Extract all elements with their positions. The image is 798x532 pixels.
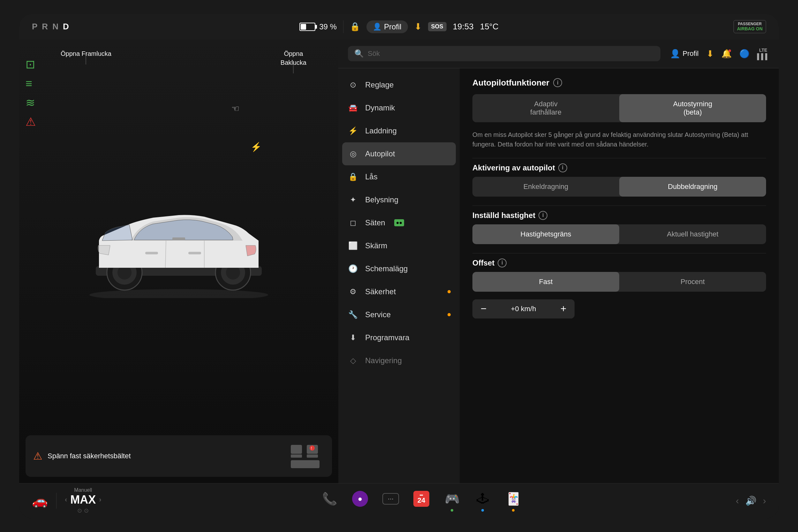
- profile-button-top[interactable]: 👤 Profil: [366, 20, 408, 33]
- offset-plus-btn[interactable]: +: [552, 299, 574, 319]
- speed-info-icon[interactable]: i: [538, 211, 547, 220]
- seatbelt-notification: ⚠ Spänn fast säkerhetsbältet: [25, 435, 332, 477]
- taskbar-car-icon[interactable]: 🚗: [32, 493, 48, 508]
- warning-triangle-icon: ⚠: [33, 450, 42, 462]
- schemalagg-icon: 🕐: [347, 263, 359, 274]
- taskbar-arrow-right[interactable]: ›: [763, 495, 766, 506]
- nav-item-laddning[interactable]: ⚡ Laddning: [338, 119, 460, 142]
- speed-limit-btn[interactable]: Hastighetsgräns: [472, 224, 619, 244]
- speed-row: Inställd hastighet i Hastighetsgräns Akt…: [472, 211, 766, 244]
- app-more[interactable]: ···: [382, 490, 400, 512]
- sakerhet-icon: ⚙: [347, 286, 359, 298]
- current-speed-btn[interactable]: Aktuell hastighet: [619, 224, 766, 244]
- nav-item-skarm[interactable]: ⬜ Skärm: [338, 234, 460, 257]
- passenger-airbag-status: AIRBAG ON: [737, 26, 763, 32]
- cursor-hand-icon: ☜: [231, 103, 240, 114]
- divider1: [343, 20, 343, 33]
- autopilot-description: Om en miss Autopilot sker 5 gånger på gr…: [472, 130, 766, 149]
- offset-label: Offset i: [472, 259, 766, 267]
- nav-item-programvara[interactable]: ⬇ Programvara: [338, 326, 460, 349]
- taskbar: 🚗 Manuell ‹ MAX › ⊙ ⊙ 📞: [19, 483, 779, 518]
- bell-icon-wrapper: 🔔: [721, 49, 732, 59]
- label-front-hood[interactable]: Öppna Framlucka: [61, 49, 111, 58]
- activation-row: Aktivering av autopilot i Enkeldragning …: [472, 164, 766, 196]
- search-box[interactable]: 🔍 Sök: [348, 46, 661, 61]
- media-dot: [359, 509, 361, 512]
- label-line-front: [86, 52, 86, 64]
- app-phone[interactable]: 📞: [321, 490, 338, 512]
- offset-speed-control: − +0 km/h +: [472, 299, 574, 319]
- nav-item-navigering[interactable]: ◇ Navigering: [338, 349, 460, 372]
- drive-arrow-left: ‹: [65, 496, 67, 504]
- dynamik-icon: 🚘: [347, 102, 359, 114]
- autopilot-icon: ◎: [347, 148, 359, 159]
- offset-percent-btn[interactable]: Procent: [619, 272, 766, 292]
- passenger-airbag-indicator: PASSENGER AIRBAG ON: [734, 20, 766, 33]
- calendar-icon: ▬ 24: [413, 490, 430, 508]
- nav-item-service[interactable]: 🔧 Service: [338, 303, 460, 326]
- bluetooth-icon[interactable]: 🔵: [739, 49, 749, 59]
- nav-label-autopilot: Autopilot: [365, 149, 395, 158]
- autosteering-label: Autostyrning(beta): [673, 100, 712, 116]
- person-icon-top: 👤: [373, 23, 381, 31]
- label-trunk[interactable]: ÖppnaBaklucka: [281, 49, 306, 67]
- autopilot-settings-content: Autopilotfunktioner i Adaptivfarthållare…: [460, 68, 779, 483]
- adaptive-cruise-label: Adaptivfarthållare: [530, 100, 562, 116]
- phone-icon: 📞: [321, 490, 338, 508]
- offset-minus-btn[interactable]: −: [472, 299, 495, 319]
- bell-icon[interactable]: 🔔: [721, 49, 732, 58]
- taskbar-arrow-left[interactable]: ‹: [736, 495, 739, 506]
- nav-item-saten[interactable]: ◻ Säten ●●: [338, 211, 460, 234]
- battery-info: 39 %: [299, 22, 337, 31]
- nav-item-las[interactable]: 🔒 Lås: [338, 165, 460, 188]
- service-icon: 🔧: [347, 309, 359, 320]
- settings-body: ⊙ Reglage 🚘 Dynamik ⚡ Laddning ◎ Autopil…: [338, 68, 779, 483]
- drive-mode-value[interactable]: ‹ MAX ›: [65, 493, 101, 507]
- nav-label-programvara: Programvara: [365, 333, 410, 342]
- nav-item-autopilot[interactable]: ◎ Autopilot: [342, 142, 456, 165]
- adaptive-cruise-btn[interactable]: Adaptivfarthållare: [472, 94, 619, 122]
- drive-icon-1: ⊙: [77, 507, 82, 514]
- media-icon: ●: [351, 490, 369, 508]
- las-icon: 🔒: [347, 171, 359, 183]
- activation-info-icon[interactable]: i: [558, 164, 567, 172]
- nav-label-skarm: Skärm: [365, 241, 387, 250]
- taskbar-right: ‹ 🔊 ›: [702, 495, 766, 506]
- settings-header: 🔍 Sök 👤 Profil ⬇ 🔔 🔵 LTE ▌▌▌: [338, 40, 779, 68]
- autopilot-info-icon[interactable]: i: [553, 78, 562, 87]
- app-media[interactable]: ●: [351, 490, 369, 512]
- app-games[interactable]: 🎮: [443, 490, 461, 512]
- svg-point-0: [89, 289, 268, 298]
- app-calendar[interactable]: ▬ 24: [413, 490, 430, 512]
- nav-item-sakerhet[interactable]: ⚙ Säkerhet: [338, 280, 460, 303]
- joystick-dot: [481, 509, 484, 512]
- nav-item-reglage[interactable]: ⊙ Reglage: [338, 73, 460, 96]
- time-display: 19:53: [453, 22, 474, 32]
- offset-fast-btn[interactable]: Fast: [472, 272, 619, 292]
- divider-2: [472, 206, 766, 206]
- double-pull-btn[interactable]: Dubbeldragning: [619, 177, 766, 196]
- nav-label-belysning: Belysning: [365, 195, 398, 204]
- app-cards[interactable]: 🃏: [504, 490, 522, 512]
- autopilot-section-title: Autopilotfunktioner i: [472, 78, 766, 88]
- phone-dot: [328, 509, 331, 512]
- single-pull-btn[interactable]: Enkeldragning: [472, 177, 619, 196]
- more-icon: ···: [382, 490, 400, 508]
- app-joystick[interactable]: 🕹: [474, 490, 492, 512]
- speed-toggle-group: Hastighetsgräns Aktuell hastighet: [472, 224, 766, 244]
- download-icon-top[interactable]: ⬇: [414, 21, 422, 32]
- cards-dot: [512, 509, 515, 512]
- offset-info-icon[interactable]: i: [498, 259, 507, 267]
- nav-item-schemalagg[interactable]: 🕐 Schemalägg: [338, 257, 460, 280]
- nav-item-dynamik[interactable]: 🚘 Dynamik: [338, 96, 460, 119]
- autosteering-btn[interactable]: Autostyrning(beta): [619, 94, 766, 122]
- download-header-icon[interactable]: ⬇: [706, 49, 714, 59]
- volume-icon[interactable]: 🔊: [745, 496, 757, 506]
- nav-item-belysning[interactable]: ✦ Belysning: [338, 188, 460, 211]
- nav-label-navigering: Navigering: [365, 356, 402, 365]
- cards-icon: 🃏: [504, 490, 522, 508]
- status-right: PASSENGER AIRBAG ON: [613, 20, 766, 33]
- profile-header-btn[interactable]: 👤 Profil: [670, 49, 699, 59]
- prnd-p: P: [32, 22, 39, 32]
- light-indicator-3: ≋: [25, 97, 36, 109]
